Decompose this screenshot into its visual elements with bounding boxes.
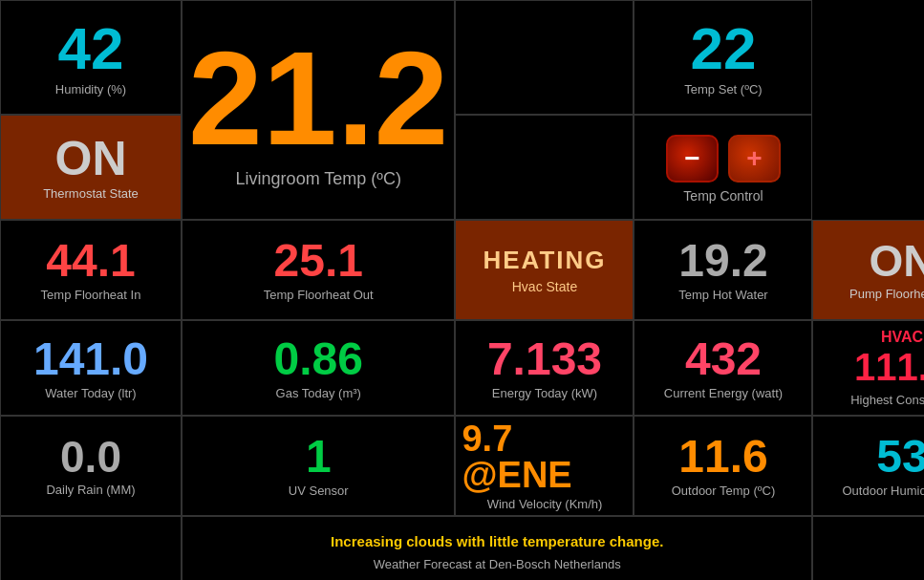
pump-value: ON xyxy=(869,239,924,283)
gas-today-value: 0.86 xyxy=(274,336,363,382)
outdoor-humidity-cell: 53 Outdoor Humidity (%) xyxy=(812,416,924,516)
weather-center-cell: Increasing clouds with little temperatur… xyxy=(182,516,812,580)
highest-consumer-cell: HVAC 111.5 Highest Consumer xyxy=(812,320,924,416)
livingroom-temp-cell: 21.2 Livingroom Temp (ºC) xyxy=(182,0,455,220)
wind-velocity-value: 9.7 @ENE xyxy=(462,420,627,493)
current-energy-value: 432 xyxy=(685,336,762,382)
energy-today-label: Energy Today (kW) xyxy=(492,386,597,400)
outdoor-humidity-value: 53 xyxy=(876,434,924,480)
water-today-value: 141.0 xyxy=(33,336,148,382)
thermostat-label: Thermostat State xyxy=(43,186,139,201)
floorheat-in-label: Temp Floorheat In xyxy=(41,288,141,302)
floorheat-out-cell: 25.1 Temp Floorheat Out xyxy=(182,220,455,320)
pump-floorheating-cell: ON Pump Floorheating xyxy=(812,220,924,320)
empty-cell-r1c3 xyxy=(455,0,634,115)
outdoor-temp-value: 11.6 xyxy=(678,434,767,480)
floorheat-in-value: 44.1 xyxy=(46,238,135,284)
pump-label: Pump Floorheating xyxy=(849,287,924,301)
livingroom-label: Livingroom Temp (ºC) xyxy=(236,169,401,189)
temp-set-label: Temp Set (ºC) xyxy=(684,82,762,97)
energy-today-value: 7.133 xyxy=(487,336,602,382)
wind-velocity-label: Wind Velocity (Km/h) xyxy=(487,497,603,511)
weather-location: Weather Forecast at Den-Bosch Netherland… xyxy=(374,557,621,571)
current-energy-cell: 432 Current Energy (watt) xyxy=(634,320,812,416)
temp-set-value: 22 xyxy=(691,19,757,78)
current-energy-label: Current Energy (watt) xyxy=(664,386,783,400)
floorheat-out-value: 25.1 xyxy=(274,238,363,284)
hvac-label: Hvac State xyxy=(512,279,577,294)
outdoor-temp-label: Outdoor Temp (ºC) xyxy=(672,483,776,498)
outdoor-temp-cell: 11.6 Outdoor Temp (ºC) xyxy=(634,416,812,516)
gas-today-label: Gas Today (m³) xyxy=(276,386,361,400)
highest-consumer-tag: HVAC xyxy=(881,329,923,346)
outdoor-humidity-label: Outdoor Humidity (%) xyxy=(842,483,924,498)
minus-icon: − xyxy=(684,143,699,174)
wind-velocity-cell: 9.7 @ENE Wind Velocity (Km/h) xyxy=(455,416,634,516)
humidity-cell: 42 Humidity (%) xyxy=(0,0,182,115)
water-today-label: Water Today (ltr) xyxy=(45,386,136,400)
highest-consumer-value: 111.5 xyxy=(854,346,924,389)
thermostat-cell: ON Thermostat State xyxy=(0,115,182,220)
empty-cell-r2c3 xyxy=(455,115,634,220)
temp-hot-water-value: 19.2 xyxy=(678,238,767,284)
temp-control-label: Temp Control xyxy=(683,188,763,204)
weather-left-cell xyxy=(0,516,182,580)
control-buttons: − + xyxy=(666,135,781,183)
livingroom-value: 21.2 xyxy=(188,32,448,165)
uv-sensor-cell: 1 UV Sensor xyxy=(182,416,455,516)
energy-today-cell: 7.133 Energy Today (kW) xyxy=(455,320,634,416)
floorheat-in-cell: 44.1 Temp Floorheat In xyxy=(0,220,182,320)
gas-today-cell: 0.86 Gas Today (m³) xyxy=(182,320,455,416)
temp-hot-water-label: Temp Hot Water xyxy=(678,288,767,302)
temp-set-cell: 22 Temp Set (ºC) xyxy=(634,0,812,115)
daily-rain-cell: 0.0 Daily Rain (MM) xyxy=(0,416,182,516)
plus-icon: + xyxy=(746,143,762,174)
hvac-title: HEATING xyxy=(483,246,606,275)
daily-rain-value: 0.0 xyxy=(60,435,121,479)
temp-decrease-button[interactable]: − xyxy=(666,135,719,183)
uv-sensor-value: 1 xyxy=(306,434,332,480)
floorheat-out-label: Temp Floorheat Out xyxy=(264,288,374,302)
humidity-value: 42 xyxy=(58,19,124,78)
thermostat-value: ON xyxy=(55,135,127,183)
temp-increase-button[interactable]: + xyxy=(728,135,781,183)
humidity-label: Humidity (%) xyxy=(55,82,126,97)
temp-control-cell: − + Temp Control xyxy=(634,115,812,220)
weather-right-cell xyxy=(812,516,924,580)
water-today-cell: 141.0 Water Today (ltr) xyxy=(0,320,182,416)
uv-sensor-label: UV Sensor xyxy=(289,483,349,498)
daily-rain-label: Daily Rain (MM) xyxy=(46,483,135,497)
weather-forecast: Increasing clouds with little temperatur… xyxy=(331,533,663,549)
hvac-state-cell: HEATING Hvac State xyxy=(455,220,634,320)
highest-consumer-label: Highest Consumer xyxy=(850,393,924,407)
temp-hot-water-cell: 19.2 Temp Hot Water xyxy=(634,220,812,320)
dashboard: 42 Humidity (%) 21.2 Livingroom Temp (ºC… xyxy=(0,0,924,580)
